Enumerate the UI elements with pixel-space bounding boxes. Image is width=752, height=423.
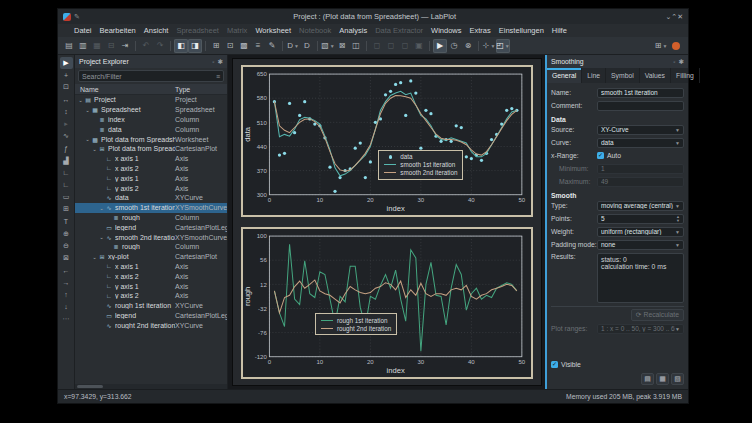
curve-combobox[interactable]: data▼ [597, 138, 684, 148]
cas-worksheet-icon[interactable]: ⊞▼ [654, 39, 668, 53]
toggle-properties-explorer-icon[interactable]: ◨ [188, 39, 202, 53]
new-worksheet-icon[interactable]: ▩ [237, 39, 251, 53]
tree-row[interactable]: ≣dataColumn [75, 124, 227, 134]
menu-item-analysis[interactable]: Analysis [335, 26, 371, 35]
expander-icon[interactable]: ⌄ [91, 254, 98, 260]
new-notebook-icon[interactable]: ≡ [251, 39, 265, 53]
plot-legend[interactable]: datasmooth 1st iterationsmooth 2nd itera… [378, 150, 463, 180]
close-button[interactable]: ✕ [677, 13, 683, 20]
search-input[interactable]: Search/Filter ≡ [78, 70, 224, 82]
scrollbar-thumb[interactable] [77, 385, 103, 388]
spinner-arrows-icon[interactable]: ▲▼ [676, 215, 680, 223]
explorer-hscrollbar[interactable] [75, 384, 227, 389]
magnification-icon[interactable]: ◰▼ [496, 39, 510, 53]
tree-row[interactable]: ∟y axis 2Axis [75, 183, 227, 193]
presenter-mode-icon[interactable]: ▶ [433, 39, 447, 53]
worksheet-view[interactable]: 01020304050300370440510580650indexdata d… [228, 55, 545, 389]
plot-legend[interactable]: rough 1st iterationrought 2nd iteration [315, 313, 397, 335]
float-dock-icon[interactable]: ◦ [212, 58, 214, 65]
tree-row[interactable]: ▭legendCartesianPlotLegend [75, 222, 227, 232]
dock-settings-icon[interactable]: ✱ [218, 58, 223, 66]
column-header-name[interactable]: Name [75, 86, 175, 93]
zoom-selection-icon[interactable]: ⊡ [60, 81, 73, 93]
add-y-axis-icon[interactable]: ∟ [60, 179, 73, 191]
tree-row[interactable]: ⌄⊞xy-plotCartesianPlot [75, 252, 227, 262]
save-template-icon[interactable]: ▦ [656, 373, 669, 385]
float-dock-icon[interactable]: ◦ [673, 58, 675, 65]
zoom-fit-icon[interactable]: ⊠ [335, 39, 349, 53]
add-legend-icon[interactable]: ▭ [60, 191, 73, 203]
plot-smooth[interactable]: 01020304050300370440510580650indexdata d… [241, 65, 533, 217]
shift-up-icon[interactable]: ↑ [60, 289, 73, 301]
new-datapicker-icon[interactable]: ✎ [265, 39, 279, 53]
plot-rough[interactable]: 01020304050-120-76-321256100indexrough r… [241, 227, 533, 379]
padding-mode-combobox[interactable]: none▼ [597, 240, 684, 250]
zoom-out-icon[interactable]: ⊖ [60, 240, 73, 252]
tree-row[interactable]: ⌄⊞Plot data from SpreadsheetCartesianPlo… [75, 144, 227, 154]
export-icon[interactable]: ⇥ [118, 39, 132, 53]
tree-row[interactable]: ≣roughColumn [75, 242, 227, 252]
tab-filling[interactable]: Filling [671, 68, 700, 83]
menu-item-einstellungen[interactable]: Einstellungen [495, 26, 548, 35]
toggle-project-explorer-icon[interactable]: ◧ [174, 39, 188, 53]
menu-item-hilfe[interactable]: Hilfe [548, 26, 571, 35]
tree-row[interactable]: ∟y axis 1Axis [75, 281, 227, 291]
add-text-icon[interactable]: T [60, 215, 73, 227]
tree-row[interactable]: ▭legendCartesianPlotLegend [75, 311, 227, 321]
tree-row[interactable]: ⌄▩Plot data from SpreadsheetWorksheet [75, 134, 227, 144]
shift-down-icon[interactable]: ↓ [60, 301, 73, 313]
donate-icon[interactable] [672, 42, 680, 50]
shift-right-icon[interactable]: → [60, 276, 73, 288]
export-image-icon[interactable]: ▧▼ [321, 39, 335, 53]
new-project-icon[interactable]: ▤ [62, 39, 76, 53]
scale-auto-icon[interactable]: ⋯ [60, 313, 73, 325]
menu-item-bearbeiten[interactable]: Bearbeiten [96, 26, 140, 35]
shift-left-icon[interactable]: ← [60, 264, 73, 276]
tree-row[interactable]: ∿rought 2nd iterationXYCurve [75, 320, 227, 330]
tab-values[interactable]: Values [640, 68, 671, 83]
tree-row[interactable]: ∟y axis 2Axis [75, 291, 227, 301]
menu-item-ansicht[interactable]: Ansicht [140, 26, 173, 35]
zoom-select-icon[interactable]: ⊹▼ [482, 39, 496, 53]
project-explorer-header[interactable]: Project Explorer ◦ ✱ [75, 55, 227, 68]
column-header-type[interactable]: Type [175, 86, 227, 93]
expander-icon[interactable]: ⌄ [77, 97, 84, 103]
zoom-x-selection-icon[interactable]: ↔ [60, 94, 73, 106]
refresh-interval-icon[interactable]: ◷ [447, 39, 461, 53]
add-equation-curve-icon[interactable]: ƒ [60, 142, 73, 154]
layout-icon[interactable]: ◫ [349, 39, 363, 53]
tree-row[interactable]: ≣roughColumn [75, 213, 227, 223]
close-windows-icon[interactable]: ⊗ [461, 39, 475, 53]
new-function-icon[interactable]: D [300, 39, 314, 53]
auto-checkbox[interactable]: ✓ [597, 152, 604, 159]
tree-row[interactable]: ⌄▤ProjectProject [75, 95, 227, 105]
tree-row[interactable]: ⌄∿smooth 2nd iterationXYSmoothCurve [75, 232, 227, 242]
menu-item-worksheet[interactable]: Worksheet [251, 26, 295, 35]
expander-icon[interactable]: ⌄ [98, 234, 105, 240]
filter-options-icon[interactable]: ≡ [216, 73, 220, 80]
tab-general[interactable]: General [547, 68, 582, 83]
tree-row[interactable]: ∟x axis 1Axis [75, 262, 227, 272]
add-histogram-icon[interactable]: ▟ [60, 155, 73, 167]
source-combobox[interactable]: XY-Curve▼ [597, 125, 684, 135]
open-project-icon[interactable]: ▥ [76, 39, 90, 53]
worksheet-page[interactable]: 01020304050300370440510580650indexdata d… [232, 58, 542, 386]
titlebar[interactable]: ✎ Project : (Plot data from Spreadsheet)… [58, 9, 688, 24]
menu-item-extras[interactable]: Extras [466, 26, 495, 35]
visible-checkbox[interactable]: ✓ [551, 361, 558, 368]
type-combobox[interactable]: moving average (central)▼ [597, 201, 684, 211]
select-cursor-icon[interactable]: ▶ [60, 57, 73, 69]
tree-row[interactable]: ∟x axis 2Axis [75, 271, 227, 281]
recalculate-button[interactable]: ⟳ Recalculate [631, 309, 684, 321]
tree-row[interactable]: ∿rough 1st iterationXYCurve [75, 301, 227, 311]
dock-settings-icon[interactable]: ✱ [679, 58, 684, 66]
zoom-y-selection-icon[interactable]: ↕ [60, 106, 73, 118]
tree-row[interactable]: ∟y axis 1Axis [75, 173, 227, 183]
tree-row[interactable]: ∟x axis 1Axis [75, 154, 227, 164]
menu-item-windows[interactable]: Windows [427, 26, 465, 35]
zoom-origin-icon[interactable]: ⊠ [60, 252, 73, 264]
tab-symbol[interactable]: Symbol [606, 68, 640, 83]
tab-line[interactable]: Line [582, 68, 606, 83]
tree-row[interactable]: ⌄∿smooth 1st iterationXYSmoothCurve [75, 203, 227, 213]
zoom-in-icon[interactable]: ⊕ [60, 228, 73, 240]
